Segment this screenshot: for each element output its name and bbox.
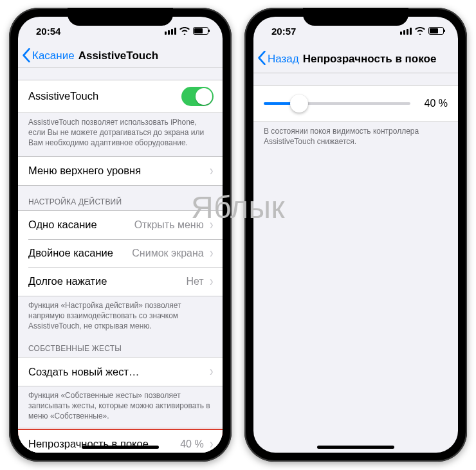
battery-icon — [428, 27, 444, 35]
notch — [68, 8, 173, 26]
opacity-slider-row[interactable]: 40 % — [253, 86, 458, 122]
nav-bar: Назад Непрозрачность в покое — [253, 45, 458, 73]
toggle-label: AssistiveTouch — [28, 90, 181, 102]
phone-left: 20:54 Касание AssistiveTouch — [9, 8, 232, 462]
home-indicator[interactable] — [82, 446, 159, 449]
chevron-left-icon — [22, 48, 31, 64]
gestures-header: СОБСТВЕННЫЕ ЖЕСТЫ — [18, 332, 223, 357]
long-press-label: Долгое нажатие — [28, 275, 186, 287]
double-tap-label: Двойное касание — [28, 247, 132, 259]
gestures-footer: Функция «Собственные жесты» позволяет за… — [18, 386, 223, 423]
chevron-left-icon — [257, 51, 266, 67]
back-label: Назад — [268, 53, 299, 66]
cellular-icon — [165, 28, 176, 35]
status-time: 20:57 — [271, 26, 296, 37]
status-indicators — [165, 27, 208, 35]
single-tap-row[interactable]: Одно касание Открыть меню › — [18, 211, 223, 239]
actions-header: НАСТРОЙКА ДЕЙСТВИЙ — [18, 186, 223, 210]
opacity-footer: В состоянии покоя видимость контроллера … — [253, 122, 458, 148]
settings-content: AssistiveTouch AssistiveTouch позволяет … — [18, 68, 223, 453]
create-gesture-row[interactable]: Создать новый жест… › — [18, 357, 223, 386]
idle-opacity-row[interactable]: Непрозрачность в покое 40 % › — [18, 430, 223, 453]
opacity-slider-group: 40 % — [253, 85, 458, 122]
opacity-slider[interactable] — [264, 102, 410, 105]
phone-right: 20:57 Назад Непрозрачность в покое — [244, 8, 467, 462]
chevron-right-icon: › — [210, 164, 213, 178]
wifi-icon — [415, 27, 425, 35]
top-level-menu-row[interactable]: Меню верхнего уровня › — [18, 157, 223, 185]
wifi-icon — [179, 27, 190, 35]
toggle-switch[interactable] — [181, 87, 214, 106]
screen-right: 20:57 Назад Непрозрачность в покое — [253, 17, 458, 453]
double-tap-value: Снимок экрана — [132, 248, 203, 259]
single-tap-value: Открыть меню — [134, 219, 204, 231]
create-gesture-label: Создать новый жест… — [28, 366, 209, 378]
chevron-right-icon: › — [210, 437, 213, 451]
chevron-right-icon: › — [210, 218, 213, 232]
page-title: Непрозрачность в покое — [303, 53, 437, 66]
back-button[interactable]: Назад — [257, 51, 299, 67]
chevron-right-icon: › — [210, 246, 213, 260]
actions-group: Одно касание Открыть меню › Двойное каса… — [18, 210, 223, 296]
double-tap-row[interactable]: Двойное касание Снимок экрана › — [18, 239, 223, 267]
screen-left: 20:54 Касание AssistiveTouch — [18, 17, 223, 453]
cellular-icon — [400, 28, 412, 35]
gestures-group: Создать новый жест… › — [18, 357, 223, 386]
single-tap-label: Одно касание — [28, 219, 134, 231]
idle-opacity-value: 40 % — [180, 438, 203, 450]
actions-footer: Функция «Настройка действий» позволяет н… — [18, 296, 223, 333]
idle-opacity-group: Непрозрачность в покое 40 % › — [18, 429, 223, 453]
status-indicators — [400, 27, 444, 35]
home-indicator[interactable] — [317, 446, 394, 449]
long-press-value: Нет — [186, 276, 203, 287]
top-level-menu-group: Меню верхнего уровня › — [18, 156, 223, 186]
assistivetouch-toggle-row[interactable]: AssistiveTouch — [18, 80, 223, 113]
back-label: Касание — [32, 50, 75, 62]
toggle-footer: AssistiveTouch позволяет использовать iP… — [18, 113, 223, 150]
opacity-slider-value: 40 % — [418, 98, 448, 109]
chevron-right-icon: › — [210, 365, 213, 379]
page-title: AssistiveTouch — [78, 50, 158, 62]
back-button[interactable]: Касание — [22, 48, 75, 64]
chevron-right-icon: › — [210, 275, 213, 289]
notch — [303, 8, 408, 26]
top-level-menu-label: Меню верхнего уровня — [28, 165, 209, 177]
nav-bar: Касание AssistiveTouch — [18, 45, 223, 68]
toggle-group: AssistiveTouch — [18, 80, 223, 113]
status-time: 20:54 — [36, 26, 60, 37]
settings-content: 40 % В состоянии покоя видимость контрол… — [253, 73, 458, 453]
slider-thumb[interactable] — [290, 95, 308, 113]
long-press-row[interactable]: Долгое нажатие Нет › — [18, 267, 223, 296]
battery-icon — [193, 27, 208, 35]
phones-row: 20:54 Касание AssistiveTouch — [0, 0, 476, 469]
